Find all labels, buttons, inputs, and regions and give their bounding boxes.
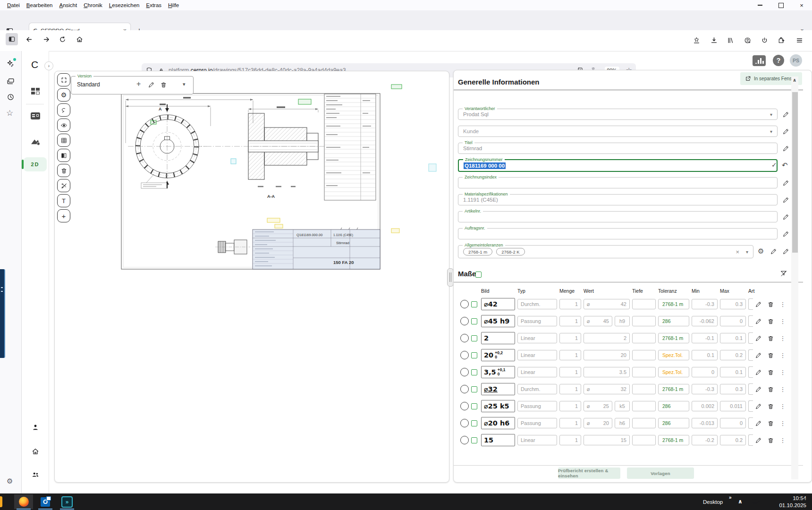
row-checkbox[interactable]: [471, 335, 477, 341]
toleranz-input[interactable]: 2768-1 m: [658, 384, 689, 394]
action-center-icon[interactable]: [802, 497, 810, 506]
text-tool-button[interactable]: T: [57, 194, 70, 207]
row-edit-pencil-icon[interactable]: [755, 301, 762, 308]
menu-lesezeichen[interactable]: Lesezeichen: [106, 1, 143, 9]
undo-icon[interactable]: ↶: [782, 161, 788, 170]
tolerance-chip[interactable]: 2768-2 K: [496, 248, 525, 255]
tolerance-chip[interactable]: 2768-1 m: [463, 248, 492, 255]
min-input[interactable]: 0.1: [692, 350, 718, 360]
tiefe-input[interactable]: [632, 435, 656, 445]
account-icon[interactable]: [744, 36, 752, 44]
row-edit-pencil-icon[interactable]: [755, 420, 762, 427]
typ-input[interactable]: Linear: [517, 333, 557, 343]
menu-hilfe[interactable]: Hilfe: [165, 1, 182, 9]
profile-person-icon[interactable]: [31, 423, 40, 432]
row-more-kebab-icon[interactable]: ⋮: [779, 301, 786, 308]
tiefe-input[interactable]: [632, 418, 656, 428]
tiefe-input[interactable]: [632, 316, 656, 326]
chevron-down-icon[interactable]: ▾: [770, 112, 772, 117]
row-checkbox[interactable]: [471, 403, 477, 409]
passung-input[interactable]: h9: [615, 316, 630, 326]
wert-input[interactable]: ⌀45: [584, 316, 612, 326]
edit-pencil-icon[interactable]: [782, 111, 789, 118]
row-edit-pencil-icon[interactable]: [755, 386, 762, 393]
extensions-puzzle-icon[interactable]: [777, 36, 785, 44]
maximize-button[interactable]: [770, 0, 791, 10]
sidebar-item-calculation[interactable]: [31, 112, 40, 119]
techn-drawing-canvas[interactable]: A A A-A: [55, 71, 449, 482]
sidebar-item-dashboard[interactable]: [31, 88, 40, 94]
reload-icon[interactable]: [59, 35, 67, 43]
row-more-kebab-icon[interactable]: ⋮: [779, 420, 786, 427]
synced-tabs-icon[interactable]: [6, 77, 15, 86]
max-input[interactable]: 0.2: [720, 435, 746, 445]
max-input[interactable]: 0.1: [720, 333, 746, 343]
field-titel[interactable]: Titel Stirnrad: [458, 143, 778, 154]
wert-input[interactable]: 3.5: [584, 367, 630, 377]
taskbar-toolbar-chevrons[interactable]: »: [729, 495, 732, 500]
art-select-clipped[interactable]: [748, 298, 753, 310]
field-verantwortlicher[interactable]: Verantwortlicher Prodat Sql ▾: [458, 109, 778, 120]
panel-resize-handle[interactable]: [447, 268, 454, 287]
visibility-eye-button[interactable]: [57, 119, 70, 132]
max-input[interactable]: 0: [720, 316, 746, 326]
row-delete-trash-icon[interactable]: [767, 352, 774, 359]
bookmarks-menu-icon[interactable]: [693, 36, 701, 44]
edit-pencil-icon[interactable]: [782, 248, 789, 255]
wert-input[interactable]: 15: [584, 435, 630, 445]
row-delete-trash-icon[interactable]: [767, 437, 774, 444]
panel-scrollbar[interactable]: ∧: [791, 76, 798, 479]
row-checkbox[interactable]: [471, 352, 477, 358]
row-checkbox[interactable]: [471, 318, 477, 324]
help-question-icon[interactable]: ?: [773, 55, 784, 66]
min-input[interactable]: 0.002: [692, 401, 718, 411]
delete-annotation-button[interactable]: [57, 164, 70, 177]
max-input[interactable]: 0.3: [720, 384, 746, 394]
row-edit-pencil-icon[interactable]: [755, 335, 762, 342]
wert-input[interactable]: 2: [584, 333, 630, 343]
passung-input[interactable]: h6: [615, 418, 630, 428]
row-edit-pencil-icon[interactable]: [755, 369, 762, 376]
min-input[interactable]: -0.062: [692, 316, 718, 326]
art-select-clipped[interactable]: [748, 366, 753, 378]
min-input[interactable]: -0.013: [692, 418, 718, 428]
bild-input[interactable]: 2: [481, 332, 515, 344]
toleranz-input[interactable]: 2768-1 m: [658, 435, 689, 445]
field-zeichnungsindex[interactable]: Zeichnungsindex: [458, 177, 778, 188]
row-checkbox[interactable]: [471, 301, 477, 307]
field-auftragsnr[interactable]: Auftragsnr.: [458, 228, 778, 239]
menu-bearbeiten[interactable]: Bearbeiten: [23, 1, 56, 9]
toleranz-input[interactable]: Spez.Tol.: [658, 350, 689, 360]
toleranz-input[interactable]: 2768-1 m: [658, 333, 689, 343]
typ-input[interactable]: Durchm.: [517, 299, 557, 309]
downloads-icon[interactable]: [710, 36, 718, 44]
row-checkbox[interactable]: [471, 420, 477, 426]
field-kunde[interactable]: Kunde ▾: [458, 126, 778, 137]
bild-input[interactable]: ⌀25 k5: [481, 400, 515, 412]
edit-pencil-icon[interactable]: [782, 128, 789, 135]
row-radio[interactable]: [460, 334, 469, 342]
snip-off-button[interactable]: [57, 179, 70, 192]
min-input[interactable]: -0.2: [692, 435, 718, 445]
bookmarks-star-icon[interactable]: ☆: [6, 108, 13, 118]
row-radio[interactable]: [460, 402, 469, 410]
max-input[interactable]: 0: [720, 418, 746, 428]
art-select-clipped[interactable]: [748, 383, 753, 395]
tiefe-input[interactable]: [632, 299, 656, 309]
row-edit-pencil-icon[interactable]: [755, 437, 762, 444]
bild-input[interactable]: 3,5 +0,10: [481, 366, 515, 378]
wert-input[interactable]: ⌀25: [584, 401, 612, 411]
art-select-clipped[interactable]: [748, 434, 753, 446]
minimize-button[interactable]: [750, 0, 770, 10]
row-radio[interactable]: [460, 368, 469, 376]
art-select-clipped[interactable]: [748, 349, 753, 361]
field-allgemeintoleranzen[interactable]: Allgemeintoleranzen 2768-1 m 2768-2 K × …: [458, 245, 753, 258]
tolerance-settings-gear-icon[interactable]: ⚙: [758, 247, 764, 255]
scroll-up-arrow[interactable]: ∧: [793, 77, 796, 83]
bild-input[interactable]: ⌀45 h9: [481, 315, 515, 327]
sidebar-expand-chevron[interactable]: ›: [44, 61, 53, 70]
row-more-kebab-icon[interactable]: ⋮: [779, 403, 786, 410]
row-delete-trash-icon[interactable]: [767, 420, 774, 427]
avatar[interactable]: PS: [790, 54, 802, 67]
typ-input[interactable]: Passung: [517, 401, 557, 411]
